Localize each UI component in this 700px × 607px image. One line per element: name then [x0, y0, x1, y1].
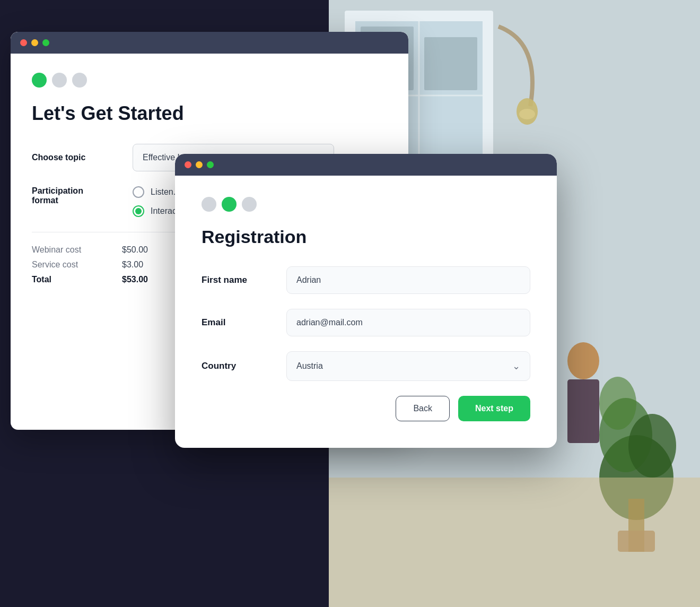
titlebar-back: [11, 32, 408, 54]
first-name-label: First name: [202, 275, 270, 285]
traffic-light-green-front[interactable]: [207, 161, 214, 168]
choose-topic-label: Choose topic: [32, 153, 117, 162]
svg-rect-20: [329, 478, 700, 607]
total-value: $53.00: [122, 275, 148, 284]
email-label: Email: [202, 317, 270, 328]
step-indicators-back: [32, 73, 387, 88]
reg-step-dot-1: [202, 197, 216, 212]
traffic-light-yellow-front[interactable]: [196, 161, 203, 168]
radio-inner-interactive: [135, 208, 142, 214]
email-input[interactable]: [286, 309, 530, 336]
first-name-input[interactable]: [286, 266, 530, 294]
country-row: Country Austria ⌄: [202, 351, 530, 381]
svg-point-15: [567, 342, 599, 379]
radio-circle-interactive[interactable]: [133, 205, 144, 217]
service-cost-value: $3.00: [122, 260, 143, 270]
svg-rect-6: [424, 37, 477, 90]
traffic-light-red-front[interactable]: [185, 161, 191, 168]
traffic-light-green[interactable]: [42, 39, 49, 46]
country-label: Country: [202, 361, 270, 371]
radio-circle-listen[interactable]: [133, 186, 144, 198]
webinar-cost-label: Webinar cost: [32, 245, 95, 255]
country-value: Austria: [296, 361, 323, 371]
step-dot-3: [72, 73, 87, 88]
traffic-light-red[interactable]: [20, 39, 27, 46]
step-dot-1: [32, 73, 47, 88]
step-dot-2: [52, 73, 67, 88]
first-name-row: First name: [202, 266, 530, 294]
service-cost-label: Service cost: [32, 260, 95, 270]
email-row: Email: [202, 309, 530, 336]
next-step-button[interactable]: Next step: [458, 396, 530, 421]
country-select[interactable]: Austria ⌄: [286, 351, 530, 381]
svg-point-11: [628, 414, 676, 478]
back-button[interactable]: Back: [396, 396, 450, 421]
svg-point-12: [599, 377, 636, 430]
total-label: Total: [32, 275, 95, 284]
svg-rect-16: [567, 379, 599, 443]
country-chevron-icon: ⌄: [512, 360, 520, 372]
reg-step-dot-3: [242, 197, 257, 212]
titlebar-front: [175, 154, 557, 176]
webinar-cost-value: $50.00: [122, 245, 148, 255]
participation-format-label: Participation format: [32, 186, 117, 205]
svg-point-8: [519, 109, 535, 119]
reg-step-dot-2: [222, 197, 237, 212]
button-row: Back Next step: [202, 396, 530, 421]
reg-step-indicators: [202, 197, 530, 212]
window-front: Registration First name Email Country Au…: [175, 154, 557, 448]
registration-title: Registration: [202, 227, 530, 247]
traffic-light-yellow[interactable]: [31, 39, 38, 46]
registration-content: Registration First name Email Country Au…: [175, 176, 557, 448]
window-back-title: Let's Get Started: [32, 102, 387, 125]
